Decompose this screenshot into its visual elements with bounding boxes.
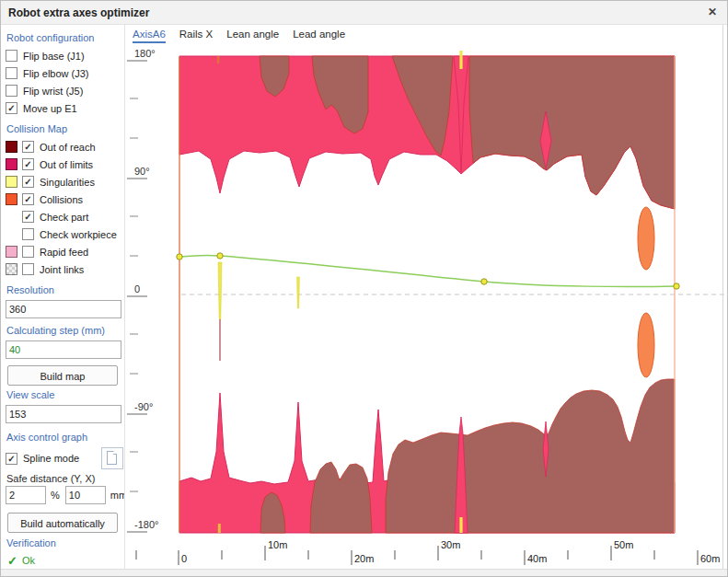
percent-unit-label: % <box>51 490 60 501</box>
checkbox[interactable]: ✓ <box>22 176 34 188</box>
option-row: ✓Collisions <box>6 190 123 208</box>
axis-control-spline <box>179 255 676 286</box>
safe-distance-y-input[interactable] <box>6 486 46 504</box>
x-axis-tick-label: 0 <box>181 553 187 564</box>
singularity-tick <box>459 51 462 69</box>
checkbox[interactable]: ✓ <box>22 211 34 223</box>
collision-map-chart[interactable]: 180°90°0-90°-180°010m20m30m40m50m60m <box>125 25 728 569</box>
option-row: ✓Out of limits <box>6 156 123 173</box>
option-label: Check part <box>40 212 88 223</box>
bottom-strip <box>1 569 727 577</box>
legend-swatch <box>6 193 17 205</box>
singularity-tick <box>217 56 220 63</box>
out-of-reach-bottom-region <box>310 462 372 533</box>
resolution-input[interactable] <box>6 300 121 318</box>
checkbox[interactable] <box>6 67 17 79</box>
y-axis-tick-label: -90° <box>134 401 153 412</box>
safe-distance-x-input[interactable] <box>65 486 106 504</box>
calculating-step-input[interactable] <box>6 340 121 359</box>
collision-map-label: Collision Map <box>6 123 123 134</box>
checkbox[interactable] <box>22 228 34 240</box>
option-label: Collisions <box>40 194 83 205</box>
tab-lean-angle[interactable]: Lean angle <box>226 29 279 43</box>
spline-control-point <box>481 279 487 284</box>
spline-mode-checkbox[interactable]: ✓ <box>6 453 17 465</box>
checkbox[interactable] <box>6 85 17 97</box>
spline-control-point <box>217 253 223 259</box>
robot-configuration-options: Flip base (J1)Flip elbow (J3)Flip wrist … <box>6 47 123 117</box>
collision-ellipse <box>638 207 654 270</box>
checkbox[interactable] <box>22 246 34 258</box>
checkbox[interactable]: ✓ <box>22 141 34 153</box>
singularity-line <box>297 277 300 308</box>
axis-control-graph-label: Axis control graph <box>6 432 123 443</box>
option-label: Out of limits <box>40 159 93 170</box>
tab-bar: AxisA6Rails XLean angleLead angle <box>133 29 345 43</box>
option-row: ✓Out of reach <box>6 138 123 156</box>
view-scale-label: View scale <box>6 389 123 400</box>
x-axis-tick-label: 30m <box>441 539 460 550</box>
option-row: Flip elbow (J3) <box>6 64 123 82</box>
tab-lead-angle[interactable]: Lead angle <box>293 29 345 43</box>
x-axis-tick-label: 20m <box>354 553 374 564</box>
close-icon[interactable]: ✕ <box>705 5 720 19</box>
x-axis-tick-label: 60m <box>700 553 720 564</box>
robot-configuration-label: Robot configuration <box>6 32 123 43</box>
spline-control-point <box>177 254 182 260</box>
spline-control-point <box>674 283 679 289</box>
legend-swatch <box>6 246 17 258</box>
option-label: Joint links <box>40 264 84 275</box>
build-automatically-button[interactable]: Build automatically <box>7 513 118 533</box>
option-row: Rapid feed <box>6 243 123 260</box>
view-scale-input[interactable] <box>6 405 121 423</box>
x-axis-tick-label: 10m <box>268 539 287 550</box>
checkbox[interactable] <box>22 263 34 275</box>
calculating-step-label: Calculating step (mm) <box>6 325 123 336</box>
out-of-reach-top-region <box>469 56 675 209</box>
checkbox[interactable]: ✓ <box>22 193 34 205</box>
y-axis-tick-label: -180° <box>134 519 158 530</box>
option-row: ✓Check part <box>6 208 123 225</box>
tab-rails-x[interactable]: Rails X <box>179 29 213 43</box>
legend-swatch <box>6 176 17 188</box>
safe-distance-label: Safe distance (Y, X) <box>6 473 123 484</box>
option-label: Rapid feed <box>40 247 88 258</box>
checkbox[interactable]: ✓ <box>6 102 17 114</box>
option-row: Flip wrist (J5) <box>6 82 123 99</box>
option-row: Check workpiece <box>6 225 123 243</box>
option-label: Flip base (J1) <box>23 51 85 62</box>
option-label: Singularities <box>40 177 95 188</box>
legend-swatch <box>6 158 17 170</box>
chart-panel: AxisA6Rails XLean angleLead angle 180°90… <box>124 25 728 569</box>
option-label: Flip wrist (J5) <box>23 86 83 97</box>
x-axis-tick-label: 50m <box>614 539 633 550</box>
option-label: Out of reach <box>40 142 96 153</box>
legend-swatch <box>6 141 17 153</box>
verification-status-text: Ok <box>22 555 35 566</box>
verification-status-row: ✓ Ok <box>7 552 123 569</box>
option-row: ✓Singularities <box>6 173 123 190</box>
graph-document-button[interactable] <box>101 447 123 469</box>
window-title: Robot extra axes optimizer <box>8 6 149 19</box>
collision-map-legend: ✓Out of reach✓Out of limits✓Singularitie… <box>6 138 123 278</box>
tab-axisa6[interactable]: AxisA6 <box>133 29 166 43</box>
checkbox[interactable] <box>6 50 17 62</box>
x-axis-tick-label: 40m <box>527 553 547 564</box>
option-label: Move up E1 <box>23 103 77 114</box>
option-label: Check workpiece <box>40 229 117 240</box>
safe-distance-row: % mm <box>6 485 123 505</box>
verification-label: Verification <box>6 537 123 548</box>
build-map-button[interactable]: Build map <box>7 365 118 386</box>
out-of-reach-bottom-region <box>386 379 675 533</box>
option-row: Joint links <box>6 260 123 278</box>
singularity-tick <box>218 524 221 533</box>
panel-right-separator <box>722 25 723 569</box>
spline-mode-label: Spline mode <box>23 453 79 464</box>
option-row: Flip base (J1) <box>6 47 123 64</box>
option-label: Flip elbow (J3) <box>23 68 89 79</box>
singularity-line <box>218 262 222 319</box>
checkbox[interactable]: ✓ <box>22 158 34 170</box>
resolution-label: Resolution <box>6 284 123 295</box>
title-bar: Robot extra axes optimizer ✕ <box>1 1 727 25</box>
y-axis-tick-label: 180° <box>134 48 156 59</box>
